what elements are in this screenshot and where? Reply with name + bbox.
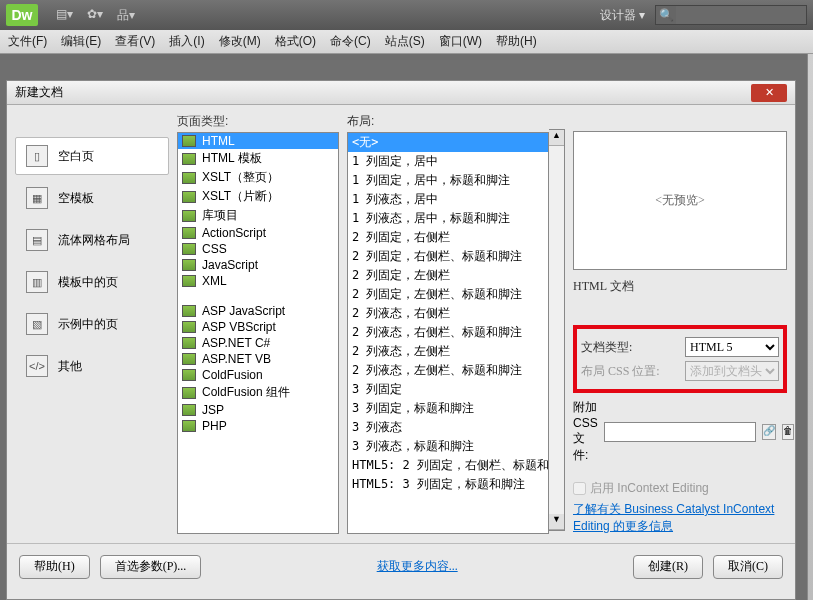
incontext-link[interactable]: 了解有关 Business Catalyst InContext Editing… [573, 502, 774, 533]
type-item[interactable]: ASP.NET VB [178, 351, 338, 367]
scrollbar[interactable]: ▲ ▼ [549, 129, 565, 531]
scroll-up-icon[interactable]: ▲ [549, 130, 564, 146]
search-wrap: 🔍 [655, 5, 807, 25]
app-logo: Dw [6, 4, 38, 26]
category-fluid-grid[interactable]: ▤流体网格布局 [15, 221, 169, 259]
menu-modify[interactable]: 修改(M) [219, 33, 261, 50]
type-item[interactable]: ASP VBScript [178, 319, 338, 335]
menu-format[interactable]: 格式(O) [275, 33, 316, 50]
menu-bar: 文件(F) 编辑(E) 查看(V) 插入(I) 修改(M) 格式(O) 命令(C… [0, 30, 813, 54]
link-css-icon[interactable]: 🔗 [762, 424, 776, 440]
type-html[interactable]: HTML [178, 133, 338, 149]
layout-item[interactable]: 2 列液态，右侧栏、标题和脚注 [348, 323, 548, 342]
sitemap-icon[interactable]: 品▾ [117, 7, 135, 24]
layout-item[interactable]: 2 列液态，右侧栏 [348, 304, 548, 323]
layout-label: 布局: [347, 113, 549, 132]
create-button[interactable]: 创建(R) [633, 555, 703, 579]
type-item[interactable]: XSLT（片断） [178, 187, 338, 206]
scroll-down-icon[interactable]: ▼ [549, 514, 564, 530]
page-type-label: 页面类型: [177, 113, 339, 132]
layout-item[interactable]: 3 列固定 [348, 380, 548, 399]
cancel-button[interactable]: 取消(C) [713, 555, 783, 579]
remove-css-icon[interactable]: 🗑 [782, 424, 794, 440]
doctype-label: 文档类型: [577, 339, 681, 356]
layout-item[interactable]: 3 列液态，标题和脚注 [348, 437, 548, 456]
menu-window[interactable]: 窗口(W) [439, 33, 482, 50]
incontext-label: 启用 InContext Editing [590, 480, 709, 497]
type-item[interactable]: JavaScript [178, 257, 338, 273]
layout-item[interactable]: <无> [348, 133, 548, 152]
type-item[interactable]: XML [178, 273, 338, 289]
layout-item[interactable]: 2 列液态，左侧栏 [348, 342, 548, 361]
layout-list[interactable]: <无>1 列固定，居中1 列固定，居中，标题和脚注1 列液态，居中1 列液态，居… [347, 132, 549, 534]
template-icon: ▦ [26, 187, 48, 209]
search-icon: 🔍 [656, 8, 676, 22]
layout-item[interactable]: 2 列固定，右侧栏 [348, 228, 548, 247]
layout-item[interactable]: 3 列液态 [348, 418, 548, 437]
layout-item[interactable]: 2 列固定，左侧栏、标题和脚注 [348, 285, 548, 304]
dialog-title: 新建文档 [15, 84, 63, 101]
type-item[interactable]: CSS [178, 241, 338, 257]
category-blank-page[interactable]: ▯空白页 [15, 137, 169, 175]
type-item[interactable]: JSP [178, 402, 338, 418]
type-item[interactable]: 库项目 [178, 206, 338, 225]
layout-item[interactable]: 2 列固定，右侧栏、标题和脚注 [348, 247, 548, 266]
type-item[interactable]: ASP JavaScript [178, 303, 338, 319]
layout-item[interactable]: 2 列液态，左侧栏、标题和脚注 [348, 361, 548, 380]
layout-item[interactable]: 2 列固定，左侧栏 [348, 266, 548, 285]
preview-box: <无预览> [573, 131, 787, 270]
app-header: Dw ▤▾ ✿▾ 品▾ 设计器 ▾ 🔍 [0, 0, 813, 30]
type-item[interactable]: ColdFusion [178, 367, 338, 383]
layout-item[interactable]: HTML5: 3 列固定，标题和脚注 [348, 475, 548, 494]
more-content-link[interactable]: 获取更多内容... [377, 558, 458, 575]
workspace-switcher[interactable]: 设计器 ▾ [600, 7, 645, 24]
close-button[interactable]: ✕ [751, 84, 787, 102]
type-item[interactable]: HTML 模板 [178, 149, 338, 168]
dialog-footer: 帮助(H) 首选参数(P)... 获取更多内容... 创建(R) 取消(C) [7, 543, 795, 589]
layout-icon[interactable]: ▤▾ [56, 7, 73, 24]
type-item[interactable]: XSLT（整页） [178, 168, 338, 187]
menu-edit[interactable]: 编辑(E) [61, 33, 101, 50]
layout-item[interactable]: 3 列固定，标题和脚注 [348, 399, 548, 418]
file-icon [182, 135, 196, 147]
attachcss-label: 附加 CSS 文件: [573, 399, 598, 464]
help-button[interactable]: 帮助(H) [19, 555, 90, 579]
category-column: ▯空白页 ▦空模板 ▤流体网格布局 ▥模板中的页 ▧示例中的页 </>其他 [15, 113, 169, 535]
new-document-dialog: 新建文档 ✕ ▯空白页 ▦空模板 ▤流体网格布局 ▥模板中的页 ▧示例中的页 <… [6, 80, 796, 600]
incontext-checkbox [573, 482, 586, 495]
type-item[interactable]: ASP.NET C# [178, 335, 338, 351]
prefs-button[interactable]: 首选参数(P)... [100, 555, 202, 579]
category-other[interactable]: </>其他 [15, 347, 169, 385]
menu-help[interactable]: 帮助(H) [496, 33, 537, 50]
layout-item[interactable]: HTML5: 2 列固定，右侧栏、标题和脚注 [348, 456, 548, 475]
menu-insert[interactable]: 插入(I) [169, 33, 204, 50]
highlight-box: 文档类型: HTML 5 布局 CSS 位置: 添加到文档头 [573, 325, 787, 393]
layout-item[interactable]: 1 列固定，居中 [348, 152, 548, 171]
panel-dock[interactable] [807, 54, 813, 600]
type-item[interactable]: ActionScript [178, 225, 338, 241]
page-icon: ▯ [26, 145, 48, 167]
category-blank-template[interactable]: ▦空模板 [15, 179, 169, 217]
type-item[interactable]: ColdFusion 组件 [178, 383, 338, 402]
search-input[interactable] [676, 6, 806, 24]
menu-view[interactable]: 查看(V) [115, 33, 155, 50]
layoutcss-select: 添加到文档头 [685, 361, 779, 381]
sample-icon: ▧ [26, 313, 48, 335]
code-icon: </> [26, 355, 48, 377]
gear-icon[interactable]: ✿▾ [87, 7, 103, 24]
menu-site[interactable]: 站点(S) [385, 33, 425, 50]
workspace: 新建文档 ✕ ▯空白页 ▦空模板 ▤流体网格布局 ▥模板中的页 ▧示例中的页 <… [0, 54, 813, 600]
type-item[interactable]: PHP [178, 418, 338, 434]
attachcss-input[interactable] [604, 422, 756, 442]
layout-item[interactable]: 1 列液态，居中，标题和脚注 [348, 209, 548, 228]
menu-file[interactable]: 文件(F) [8, 33, 47, 50]
menu-commands[interactable]: 命令(C) [330, 33, 371, 50]
page-type-list[interactable]: HTML HTML 模板 XSLT（整页） XSLT（片断） 库项目 Actio… [177, 132, 339, 534]
layoutcss-label: 布局 CSS 位置: [577, 363, 681, 380]
layout-item[interactable]: 1 列固定，居中，标题和脚注 [348, 171, 548, 190]
category-from-template[interactable]: ▥模板中的页 [15, 263, 169, 301]
description: HTML 文档 [573, 278, 787, 295]
doctype-select[interactable]: HTML 5 [685, 337, 779, 357]
category-from-sample[interactable]: ▧示例中的页 [15, 305, 169, 343]
layout-item[interactable]: 1 列液态，居中 [348, 190, 548, 209]
